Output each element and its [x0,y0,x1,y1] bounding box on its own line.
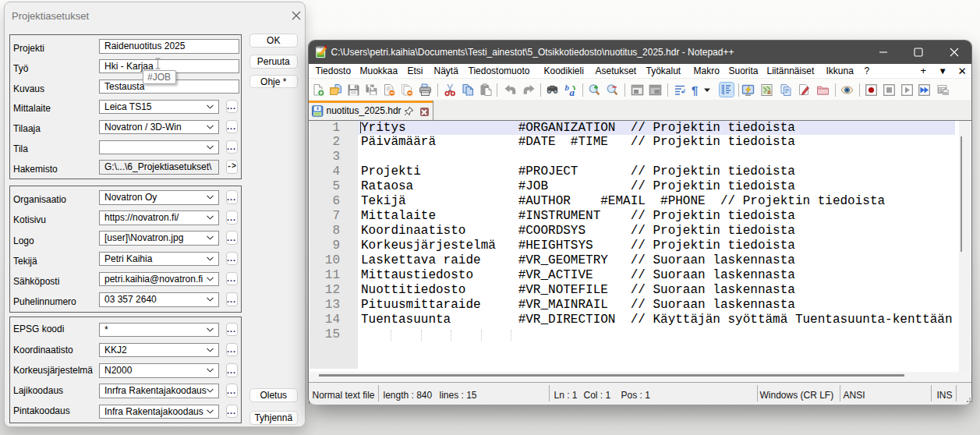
svg-text:¶: ¶ [692,83,698,97]
